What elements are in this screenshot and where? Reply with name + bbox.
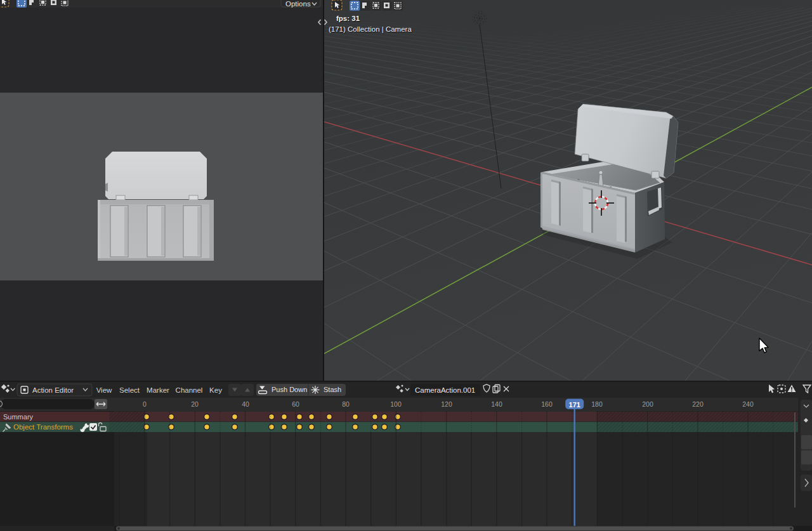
- svg-text:Summary: Summary: [3, 413, 34, 421]
- svg-text:80: 80: [342, 400, 350, 408]
- svg-text:Channel: Channel: [176, 386, 203, 394]
- svg-text:Select: Select: [119, 386, 140, 394]
- svg-text:CameraAction.001: CameraAction.001: [415, 386, 475, 394]
- svg-text:40: 40: [242, 400, 249, 408]
- svg-text:240: 240: [742, 400, 754, 408]
- svg-text:0: 0: [143, 400, 147, 408]
- svg-text:60: 60: [292, 400, 299, 408]
- svg-text:View: View: [96, 386, 112, 394]
- svg-text:100: 100: [390, 400, 402, 408]
- svg-text:171: 171: [569, 401, 580, 409]
- svg-text:Object Transforms: Object Transforms: [13, 423, 73, 431]
- svg-text:180: 180: [591, 400, 603, 408]
- svg-text:20: 20: [191, 400, 199, 408]
- svg-text:Push Down: Push Down: [272, 386, 307, 393]
- svg-text:Action Editor: Action Editor: [32, 386, 74, 394]
- svg-text:120: 120: [441, 400, 452, 408]
- svg-text:160: 160: [541, 400, 553, 408]
- svg-text:220: 220: [692, 400, 704, 408]
- svg-text:200: 200: [642, 400, 653, 408]
- svg-text:Marker: Marker: [147, 386, 169, 394]
- svg-text:Stash: Stash: [324, 386, 341, 393]
- svg-text:140: 140: [491, 400, 502, 408]
- svg-text:Key: Key: [209, 386, 222, 394]
